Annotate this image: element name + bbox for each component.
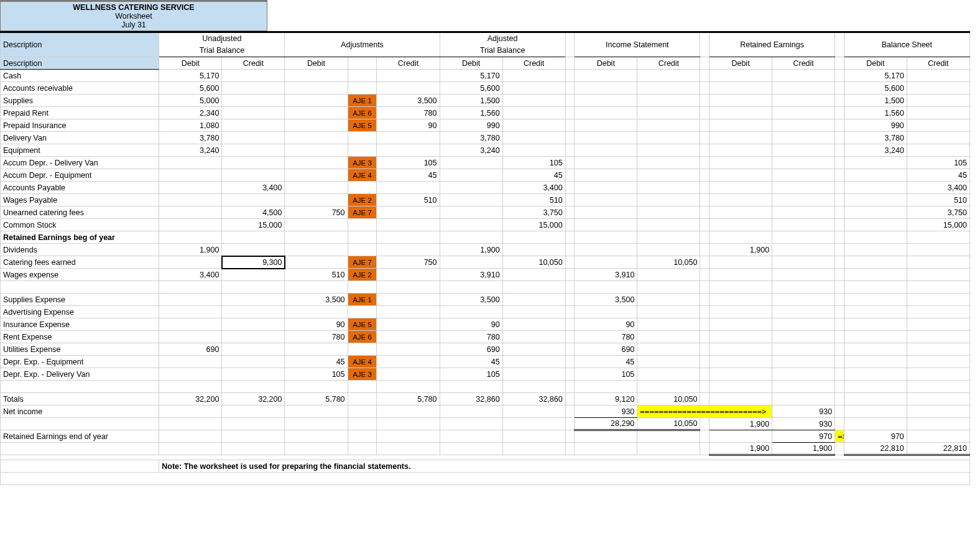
doc-date: July 31 — [1, 21, 267, 29]
aje-tag: AJE 5 — [348, 318, 377, 331]
bs-credit-hdr: Credit — [907, 57, 969, 70]
table-row: Wages PayableAJE 2510510510 — [1, 194, 970, 206]
arrow-to-re: ==========================> — [637, 405, 772, 418]
table-row: Retained Earnings beg of year — [1, 231, 970, 244]
totals-row: Totals 32,200 32,200 5,780 5,780 32,860 … — [1, 393, 970, 405]
table-row: Depr. Exp. - Equipment45AJE 44545 — [1, 356, 970, 368]
adj-debit-hdr: Debit — [285, 57, 348, 70]
section-is: Income Statement — [575, 32, 700, 57]
worksheet-table: Description Unadjusted Adjustments Adjus… — [0, 31, 970, 485]
section-re: Retained Earnings — [710, 32, 835, 57]
aje-tag: AJE 2 — [348, 194, 377, 206]
section-adj: Adjustments — [285, 32, 440, 57]
utb-debit-hdr: Debit — [159, 57, 222, 70]
is-subtotal-row: 28,290 10,050 1,900 930 — [1, 418, 970, 430]
company-name: WELLNESS CATERING SERVICE — [1, 3, 267, 12]
utb-credit-hdr: Credit — [222, 57, 285, 70]
table-row: Delivery Van3,7803,7803,780 — [1, 132, 970, 144]
bs-debit-hdr: Debit — [844, 57, 907, 70]
desc-header: Description — [1, 32, 159, 57]
table-row: Supplies Expense3,500AJE 13,5003,500 — [1, 294, 970, 306]
section-bs: Balance Sheet — [844, 32, 969, 57]
table-row: Depr. Exp. - Delivery Van105AJE 3105105 — [1, 368, 970, 381]
aje-tag: AJE 7 — [348, 256, 377, 269]
is-debit-hdr: Debit — [575, 57, 637, 70]
aje-tag: AJE 6 — [348, 107, 377, 119]
aje-tag: AJE 2 — [348, 269, 377, 281]
atb-credit-hdr: Credit — [502, 57, 565, 70]
title-box: WELLNESS CATERING SERVICE Worksheet July… — [0, 0, 267, 31]
aje-tag: AJE 4 — [348, 356, 377, 368]
re-credit-hdr: Credit — [772, 57, 835, 70]
aje-tag: AJE 1 — [348, 95, 377, 107]
table-row: Dividends1,9001,9001,900 — [1, 244, 970, 256]
table-row: Prepaid Rent2,340AJE 67801,5601,560 — [1, 107, 970, 119]
final-row: 1,900 1,900 22,810 22,810 — [1, 443, 970, 455]
table-row: Common Stock15,00015,00015,000 — [1, 219, 970, 231]
aje-tag: AJE 6 — [348, 331, 377, 343]
is-credit-hdr: Credit — [637, 57, 700, 70]
table-row: Cash5,1705,1705,170 — [1, 70, 970, 82]
table-row: Advertising Expense — [1, 306, 970, 318]
table-row: Rent Expense780AJE 6780780 — [1, 331, 970, 343]
aje-tag: AJE 3 — [348, 368, 377, 381]
doc-title: Worksheet — [1, 12, 267, 21]
table-row — [1, 381, 970, 393]
table-row: Wages expense3,400510AJE 23,9103,910 — [1, 269, 970, 281]
table-row: Catering fees earned9,300AJE 775010,0501… — [1, 256, 970, 269]
adj-credit-hdr: Credit — [377, 57, 440, 70]
table-row: Insurance Expense90AJE 59090 — [1, 318, 970, 331]
aje-tag: AJE 4 — [348, 169, 377, 182]
aje-tag: AJE 3 — [348, 157, 377, 169]
atb-debit-hdr: Debit — [440, 57, 502, 70]
aje-tag: AJE 7 — [348, 206, 377, 219]
re-debit-hdr: Debit — [710, 57, 772, 70]
footnote: Note: The worksheet is used for preparin… — [159, 460, 970, 473]
re-end-row: Retained Earnings end of year 970 => 970 — [1, 430, 970, 443]
table-row: Unearned catering fees4,500750AJE 73,750… — [1, 206, 970, 219]
table-row: Accum Depr. - EquipmentAJE 4454545 — [1, 169, 970, 182]
table-row: Accounts Payable3,4003,4003,400 — [1, 182, 970, 194]
arrow-to-bs: => — [835, 430, 844, 443]
table-row: Utilities Expense690690690 — [1, 343, 970, 356]
table-row: Prepaid Insurance1,080AJE 590990990 — [1, 119, 970, 132]
net-income-row: Net income 930 =========================… — [1, 405, 970, 418]
table-row — [1, 281, 970, 294]
table-row: Supplies5,000AJE 13,5001,5001,500 — [1, 95, 970, 107]
section-adjtb: Adjusted — [440, 32, 565, 45]
table-row: Equipment3,2403,2403,240 — [1, 144, 970, 157]
aje-tag: AJE 5 — [348, 119, 377, 132]
aje-tag: AJE 1 — [348, 294, 377, 306]
desc-label: Description — [1, 57, 159, 70]
table-row: Accum Depr. - Delivery VanAJE 3105105105 — [1, 157, 970, 169]
table-row: Accounts receivable5,6005,6005,600 — [1, 82, 970, 95]
section-unadj: Unadjusted — [159, 32, 285, 45]
